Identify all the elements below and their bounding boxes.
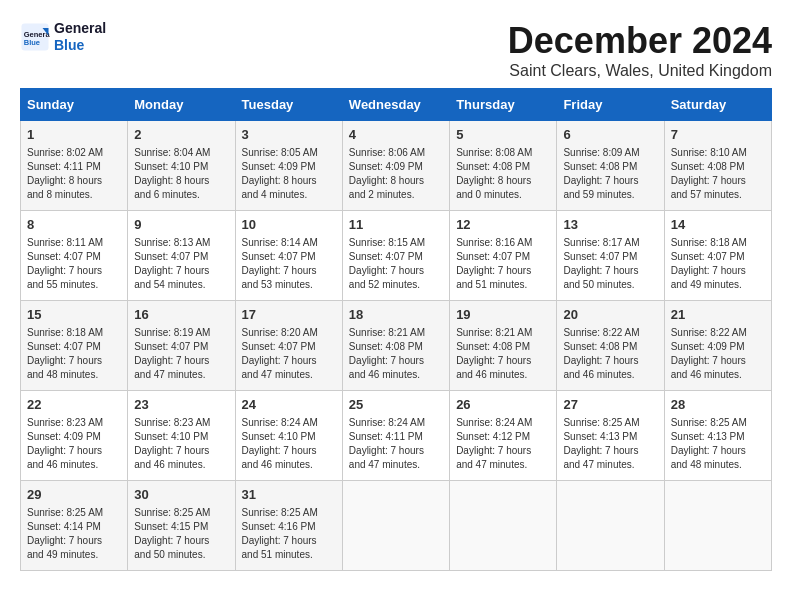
calendar-day-22: 22Sunrise: 8:23 AM Sunset: 4:09 PM Dayli… — [21, 391, 128, 481]
day-info: Sunrise: 8:04 AM Sunset: 4:10 PM Dayligh… — [134, 146, 228, 202]
calendar-day-9: 9Sunrise: 8:13 AM Sunset: 4:07 PM Daylig… — [128, 211, 235, 301]
calendar-day-26: 26Sunrise: 8:24 AM Sunset: 4:12 PM Dayli… — [450, 391, 557, 481]
subtitle: Saint Clears, Wales, United Kingdom — [508, 62, 772, 80]
day-info: Sunrise: 8:06 AM Sunset: 4:09 PM Dayligh… — [349, 146, 443, 202]
calendar-header-monday: Monday — [128, 89, 235, 121]
day-info: Sunrise: 8:17 AM Sunset: 4:07 PM Dayligh… — [563, 236, 657, 292]
calendar-week-5: 29Sunrise: 8:25 AM Sunset: 4:14 PM Dayli… — [21, 481, 772, 571]
day-number: 16 — [134, 306, 228, 324]
day-info: Sunrise: 8:21 AM Sunset: 4:08 PM Dayligh… — [456, 326, 550, 382]
calendar-day-20: 20Sunrise: 8:22 AM Sunset: 4:08 PM Dayli… — [557, 301, 664, 391]
calendar-day-4: 4Sunrise: 8:06 AM Sunset: 4:09 PM Daylig… — [342, 121, 449, 211]
day-info: Sunrise: 8:16 AM Sunset: 4:07 PM Dayligh… — [456, 236, 550, 292]
day-number: 30 — [134, 486, 228, 504]
empty-cell — [557, 481, 664, 571]
day-info: Sunrise: 8:15 AM Sunset: 4:07 PM Dayligh… — [349, 236, 443, 292]
day-info: Sunrise: 8:10 AM Sunset: 4:08 PM Dayligh… — [671, 146, 765, 202]
day-number: 17 — [242, 306, 336, 324]
calendar-day-27: 27Sunrise: 8:25 AM Sunset: 4:13 PM Dayli… — [557, 391, 664, 481]
day-number: 25 — [349, 396, 443, 414]
day-number: 24 — [242, 396, 336, 414]
calendar-day-1: 1Sunrise: 8:02 AM Sunset: 4:11 PM Daylig… — [21, 121, 128, 211]
day-number: 31 — [242, 486, 336, 504]
day-info: Sunrise: 8:25 AM Sunset: 4:14 PM Dayligh… — [27, 506, 121, 562]
day-info: Sunrise: 8:13 AM Sunset: 4:07 PM Dayligh… — [134, 236, 228, 292]
day-info: Sunrise: 8:25 AM Sunset: 4:15 PM Dayligh… — [134, 506, 228, 562]
day-info: Sunrise: 8:20 AM Sunset: 4:07 PM Dayligh… — [242, 326, 336, 382]
calendar-header-thursday: Thursday — [450, 89, 557, 121]
calendar-day-18: 18Sunrise: 8:21 AM Sunset: 4:08 PM Dayli… — [342, 301, 449, 391]
calendar-day-11: 11Sunrise: 8:15 AM Sunset: 4:07 PM Dayli… — [342, 211, 449, 301]
calendar-week-1: 1Sunrise: 8:02 AM Sunset: 4:11 PM Daylig… — [21, 121, 772, 211]
day-number: 20 — [563, 306, 657, 324]
day-number: 6 — [563, 126, 657, 144]
calendar-day-12: 12Sunrise: 8:16 AM Sunset: 4:07 PM Dayli… — [450, 211, 557, 301]
day-number: 5 — [456, 126, 550, 144]
day-info: Sunrise: 8:19 AM Sunset: 4:07 PM Dayligh… — [134, 326, 228, 382]
calendar-header-tuesday: Tuesday — [235, 89, 342, 121]
calendar-day-14: 14Sunrise: 8:18 AM Sunset: 4:07 PM Dayli… — [664, 211, 771, 301]
day-number: 2 — [134, 126, 228, 144]
day-number: 4 — [349, 126, 443, 144]
empty-cell — [450, 481, 557, 571]
calendar-week-4: 22Sunrise: 8:23 AM Sunset: 4:09 PM Dayli… — [21, 391, 772, 481]
calendar-day-28: 28Sunrise: 8:25 AM Sunset: 4:13 PM Dayli… — [664, 391, 771, 481]
page-header: General Blue General Blue December 2024 … — [20, 20, 772, 80]
day-number: 19 — [456, 306, 550, 324]
main-title: December 2024 — [508, 20, 772, 62]
day-info: Sunrise: 8:02 AM Sunset: 4:11 PM Dayligh… — [27, 146, 121, 202]
calendar-day-8: 8Sunrise: 8:11 AM Sunset: 4:07 PM Daylig… — [21, 211, 128, 301]
title-block: December 2024 Saint Clears, Wales, Unite… — [508, 20, 772, 80]
day-info: Sunrise: 8:23 AM Sunset: 4:09 PM Dayligh… — [27, 416, 121, 472]
calendar-day-6: 6Sunrise: 8:09 AM Sunset: 4:08 PM Daylig… — [557, 121, 664, 211]
day-number: 3 — [242, 126, 336, 144]
calendar-day-30: 30Sunrise: 8:25 AM Sunset: 4:15 PM Dayli… — [128, 481, 235, 571]
day-number: 1 — [27, 126, 121, 144]
calendar-day-25: 25Sunrise: 8:24 AM Sunset: 4:11 PM Dayli… — [342, 391, 449, 481]
calendar-day-29: 29Sunrise: 8:25 AM Sunset: 4:14 PM Dayli… — [21, 481, 128, 571]
calendar-day-17: 17Sunrise: 8:20 AM Sunset: 4:07 PM Dayli… — [235, 301, 342, 391]
day-number: 18 — [349, 306, 443, 324]
day-info: Sunrise: 8:24 AM Sunset: 4:10 PM Dayligh… — [242, 416, 336, 472]
calendar-day-7: 7Sunrise: 8:10 AM Sunset: 4:08 PM Daylig… — [664, 121, 771, 211]
day-info: Sunrise: 8:18 AM Sunset: 4:07 PM Dayligh… — [27, 326, 121, 382]
day-number: 28 — [671, 396, 765, 414]
day-info: Sunrise: 8:24 AM Sunset: 4:11 PM Dayligh… — [349, 416, 443, 472]
day-number: 26 — [456, 396, 550, 414]
day-info: Sunrise: 8:18 AM Sunset: 4:07 PM Dayligh… — [671, 236, 765, 292]
calendar-day-5: 5Sunrise: 8:08 AM Sunset: 4:08 PM Daylig… — [450, 121, 557, 211]
day-info: Sunrise: 8:23 AM Sunset: 4:10 PM Dayligh… — [134, 416, 228, 472]
day-number: 15 — [27, 306, 121, 324]
day-number: 11 — [349, 216, 443, 234]
calendar-day-2: 2Sunrise: 8:04 AM Sunset: 4:10 PM Daylig… — [128, 121, 235, 211]
day-info: Sunrise: 8:21 AM Sunset: 4:08 PM Dayligh… — [349, 326, 443, 382]
day-number: 13 — [563, 216, 657, 234]
calendar-week-2: 8Sunrise: 8:11 AM Sunset: 4:07 PM Daylig… — [21, 211, 772, 301]
calendar-header-friday: Friday — [557, 89, 664, 121]
day-number: 22 — [27, 396, 121, 414]
day-number: 14 — [671, 216, 765, 234]
day-number: 29 — [27, 486, 121, 504]
day-info: Sunrise: 8:22 AM Sunset: 4:08 PM Dayligh… — [563, 326, 657, 382]
day-info: Sunrise: 8:22 AM Sunset: 4:09 PM Dayligh… — [671, 326, 765, 382]
calendar-header-wednesday: Wednesday — [342, 89, 449, 121]
day-info: Sunrise: 8:09 AM Sunset: 4:08 PM Dayligh… — [563, 146, 657, 202]
day-number: 8 — [27, 216, 121, 234]
day-info: Sunrise: 8:24 AM Sunset: 4:12 PM Dayligh… — [456, 416, 550, 472]
calendar-day-15: 15Sunrise: 8:18 AM Sunset: 4:07 PM Dayli… — [21, 301, 128, 391]
calendar-day-24: 24Sunrise: 8:24 AM Sunset: 4:10 PM Dayli… — [235, 391, 342, 481]
day-number: 12 — [456, 216, 550, 234]
logo: General Blue General Blue — [20, 20, 106, 54]
day-info: Sunrise: 8:08 AM Sunset: 4:08 PM Dayligh… — [456, 146, 550, 202]
day-number: 27 — [563, 396, 657, 414]
day-number: 9 — [134, 216, 228, 234]
calendar-week-3: 15Sunrise: 8:18 AM Sunset: 4:07 PM Dayli… — [21, 301, 772, 391]
day-info: Sunrise: 8:25 AM Sunset: 4:13 PM Dayligh… — [563, 416, 657, 472]
empty-cell — [342, 481, 449, 571]
calendar-day-3: 3Sunrise: 8:05 AM Sunset: 4:09 PM Daylig… — [235, 121, 342, 211]
calendar: SundayMondayTuesdayWednesdayThursdayFrid… — [20, 88, 772, 571]
logo-text: General Blue — [54, 20, 106, 54]
calendar-day-16: 16Sunrise: 8:19 AM Sunset: 4:07 PM Dayli… — [128, 301, 235, 391]
calendar-day-23: 23Sunrise: 8:23 AM Sunset: 4:10 PM Dayli… — [128, 391, 235, 481]
calendar-header-saturday: Saturday — [664, 89, 771, 121]
